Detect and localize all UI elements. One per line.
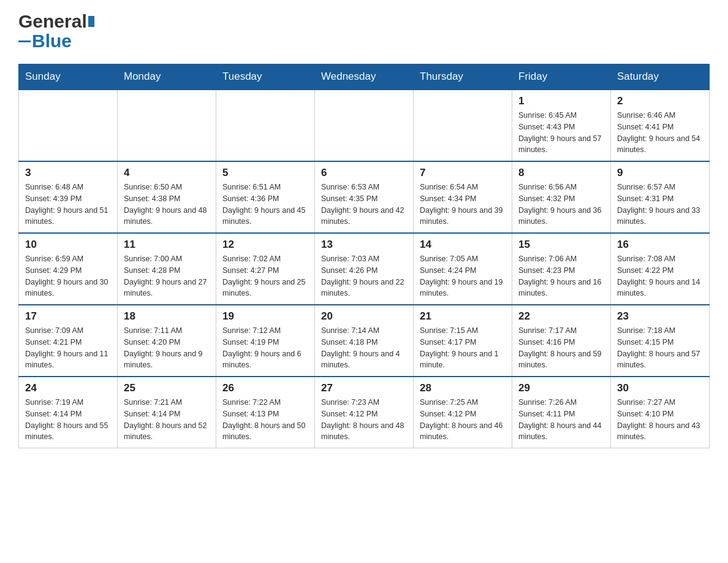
weekday-header-monday: Monday	[118, 64, 216, 90]
day-info: Sunrise: 6:48 AMSunset: 4:39 PMDaylight:…	[25, 182, 111, 228]
day-cell: 6Sunrise: 6:53 AMSunset: 4:35 PMDaylight…	[315, 161, 414, 233]
day-info: Sunrise: 7:25 AMSunset: 4:12 PMDaylight:…	[420, 397, 506, 443]
day-number: 24	[25, 382, 111, 394]
day-number: 26	[222, 382, 308, 394]
day-info: Sunrise: 7:22 AMSunset: 4:13 PMDaylight:…	[222, 397, 308, 443]
day-cell: 7Sunrise: 6:54 AMSunset: 4:34 PMDaylight…	[414, 161, 512, 233]
day-cell: 27Sunrise: 7:23 AMSunset: 4:12 PMDayligh…	[315, 377, 414, 448]
weekday-header-thursday: Thursday	[414, 64, 512, 90]
page-header: General Blue	[18, 12, 710, 52]
day-number: 12	[222, 239, 308, 251]
day-cell: 14Sunrise: 7:05 AMSunset: 4:24 PMDayligh…	[414, 233, 512, 305]
weekday-header-friday: Friday	[512, 64, 611, 90]
day-cell	[216, 90, 315, 161]
day-info: Sunrise: 7:18 AMSunset: 4:15 PMDaylight:…	[617, 325, 703, 371]
day-info: Sunrise: 7:02 AMSunset: 4:27 PMDaylight:…	[222, 253, 308, 299]
day-cell: 2Sunrise: 6:46 AMSunset: 4:41 PMDaylight…	[611, 90, 710, 161]
week-row-2: 3Sunrise: 6:48 AMSunset: 4:39 PMDaylight…	[19, 161, 710, 233]
day-cell: 4Sunrise: 6:50 AMSunset: 4:38 PMDaylight…	[118, 161, 216, 233]
day-info: Sunrise: 7:03 AMSunset: 4:26 PMDaylight:…	[321, 253, 407, 299]
weekday-header-wednesday: Wednesday	[315, 64, 414, 90]
day-number: 2	[617, 95, 703, 107]
day-info: Sunrise: 7:14 AMSunset: 4:18 PMDaylight:…	[321, 325, 407, 371]
day-info: Sunrise: 7:23 AMSunset: 4:12 PMDaylight:…	[321, 397, 407, 443]
day-cell: 13Sunrise: 7:03 AMSunset: 4:26 PMDayligh…	[315, 233, 414, 305]
day-number: 30	[617, 382, 703, 394]
day-cell: 11Sunrise: 7:00 AMSunset: 4:28 PMDayligh…	[118, 233, 216, 305]
day-info: Sunrise: 7:19 AMSunset: 4:14 PMDaylight:…	[25, 397, 111, 443]
day-number: 11	[124, 239, 210, 251]
day-cell: 22Sunrise: 7:17 AMSunset: 4:16 PMDayligh…	[512, 305, 611, 377]
day-cell: 17Sunrise: 7:09 AMSunset: 4:21 PMDayligh…	[19, 305, 118, 377]
day-number: 7	[420, 167, 506, 179]
day-cell	[315, 90, 414, 161]
day-cell: 23Sunrise: 7:18 AMSunset: 4:15 PMDayligh…	[611, 305, 710, 377]
day-info: Sunrise: 7:06 AMSunset: 4:23 PMDaylight:…	[518, 253, 604, 299]
day-cell: 10Sunrise: 6:59 AMSunset: 4:29 PMDayligh…	[19, 233, 118, 305]
day-number: 3	[25, 167, 111, 179]
day-info: Sunrise: 6:54 AMSunset: 4:34 PMDaylight:…	[420, 182, 506, 228]
day-cell: 8Sunrise: 6:56 AMSunset: 4:32 PMDaylight…	[512, 161, 611, 233]
day-info: Sunrise: 7:08 AMSunset: 4:22 PMDaylight:…	[617, 253, 703, 299]
day-info: Sunrise: 6:57 AMSunset: 4:31 PMDaylight:…	[617, 182, 703, 228]
day-cell: 19Sunrise: 7:12 AMSunset: 4:19 PMDayligh…	[216, 305, 315, 377]
day-cell: 12Sunrise: 7:02 AMSunset: 4:27 PMDayligh…	[216, 233, 315, 305]
day-info: Sunrise: 6:51 AMSunset: 4:36 PMDaylight:…	[222, 182, 308, 228]
day-cell: 21Sunrise: 7:15 AMSunset: 4:17 PMDayligh…	[414, 305, 512, 377]
day-info: Sunrise: 7:12 AMSunset: 4:19 PMDaylight:…	[222, 325, 308, 371]
day-cell: 16Sunrise: 7:08 AMSunset: 4:22 PMDayligh…	[611, 233, 710, 305]
day-number: 8	[518, 167, 604, 179]
day-cell: 9Sunrise: 6:57 AMSunset: 4:31 PMDaylight…	[611, 161, 710, 233]
day-number: 25	[124, 382, 210, 394]
day-info: Sunrise: 7:26 AMSunset: 4:11 PMDaylight:…	[518, 397, 604, 443]
week-row-1: 1Sunrise: 6:45 AMSunset: 4:43 PMDaylight…	[19, 90, 710, 161]
day-info: Sunrise: 6:53 AMSunset: 4:35 PMDaylight:…	[321, 182, 407, 228]
day-info: Sunrise: 6:59 AMSunset: 4:29 PMDaylight:…	[25, 253, 111, 299]
day-info: Sunrise: 7:17 AMSunset: 4:16 PMDaylight:…	[518, 325, 604, 371]
day-info: Sunrise: 6:50 AMSunset: 4:38 PMDaylight:…	[124, 182, 210, 228]
week-row-5: 24Sunrise: 7:19 AMSunset: 4:14 PMDayligh…	[19, 377, 710, 448]
week-row-3: 10Sunrise: 6:59 AMSunset: 4:29 PMDayligh…	[19, 233, 710, 305]
day-info: Sunrise: 6:56 AMSunset: 4:32 PMDaylight:…	[518, 182, 604, 228]
day-number: 14	[420, 239, 506, 251]
day-cell	[118, 90, 216, 161]
day-cell: 15Sunrise: 7:06 AMSunset: 4:23 PMDayligh…	[512, 233, 611, 305]
week-row-4: 17Sunrise: 7:09 AMSunset: 4:21 PMDayligh…	[19, 305, 710, 377]
day-info: Sunrise: 6:46 AMSunset: 4:41 PMDaylight:…	[617, 110, 703, 156]
logo-blue: Blue	[32, 31, 72, 52]
logo-general: General	[18, 11, 87, 31]
day-number: 16	[617, 239, 703, 251]
day-cell: 20Sunrise: 7:14 AMSunset: 4:18 PMDayligh…	[315, 305, 414, 377]
day-number: 5	[222, 167, 308, 179]
day-info: Sunrise: 7:27 AMSunset: 4:10 PMDaylight:…	[617, 397, 703, 443]
day-number: 6	[321, 167, 407, 179]
weekday-header-sunday: Sunday	[19, 64, 118, 90]
day-cell: 24Sunrise: 7:19 AMSunset: 4:14 PMDayligh…	[19, 377, 118, 448]
day-info: Sunrise: 7:15 AMSunset: 4:17 PMDaylight:…	[420, 325, 506, 371]
day-cell: 25Sunrise: 7:21 AMSunset: 4:14 PMDayligh…	[118, 377, 216, 448]
day-info: Sunrise: 7:00 AMSunset: 4:28 PMDaylight:…	[124, 253, 210, 299]
day-cell: 28Sunrise: 7:25 AMSunset: 4:12 PMDayligh…	[414, 377, 512, 448]
day-number: 19	[222, 310, 308, 323]
day-info: Sunrise: 7:11 AMSunset: 4:20 PMDaylight:…	[124, 325, 210, 371]
day-info: Sunrise: 7:05 AMSunset: 4:24 PMDaylight:…	[420, 253, 506, 299]
day-cell: 5Sunrise: 6:51 AMSunset: 4:36 PMDaylight…	[216, 161, 315, 233]
day-cell: 18Sunrise: 7:11 AMSunset: 4:20 PMDayligh…	[118, 305, 216, 377]
day-cell: 26Sunrise: 7:22 AMSunset: 4:13 PMDayligh…	[216, 377, 315, 448]
logo: General Blue	[18, 12, 94, 52]
day-number: 4	[124, 167, 210, 179]
day-info: Sunrise: 7:21 AMSunset: 4:14 PMDaylight:…	[124, 397, 210, 443]
day-cell: 1Sunrise: 6:45 AMSunset: 4:43 PMDaylight…	[512, 90, 611, 161]
weekday-header-row: SundayMondayTuesdayWednesdayThursdayFrid…	[19, 64, 710, 90]
calendar-table: SundayMondayTuesdayWednesdayThursdayFrid…	[18, 64, 710, 448]
day-number: 21	[420, 310, 506, 323]
day-number: 10	[25, 239, 111, 251]
day-number: 9	[617, 167, 703, 179]
day-cell	[19, 90, 118, 161]
day-number: 22	[518, 310, 604, 323]
logo-text: General	[18, 12, 94, 31]
day-number: 20	[321, 310, 407, 323]
day-number: 27	[321, 382, 407, 394]
day-number: 18	[124, 310, 210, 323]
day-info: Sunrise: 7:09 AMSunset: 4:21 PMDaylight:…	[25, 325, 111, 371]
